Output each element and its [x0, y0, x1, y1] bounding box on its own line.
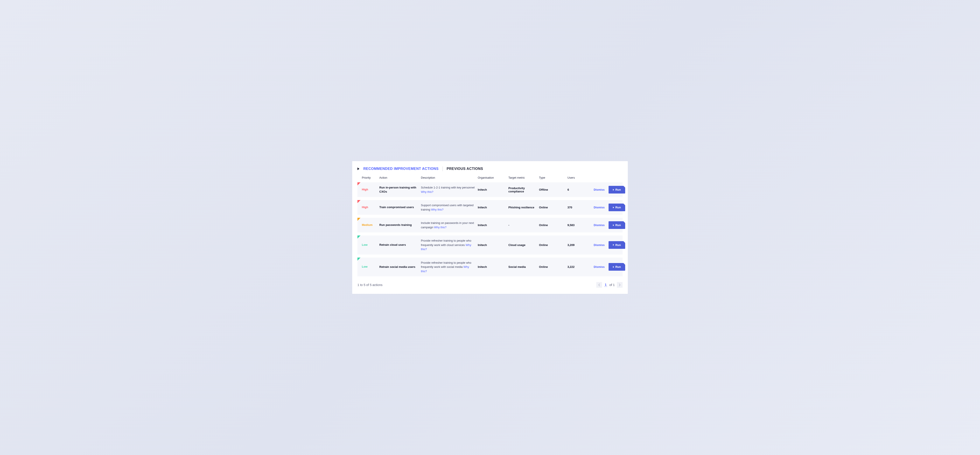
play-icon — [613, 207, 614, 208]
priority-flag-icon — [358, 182, 361, 185]
priority-cell: High — [362, 206, 377, 209]
description-text: Schedule 1-2-1 training with key personn… — [421, 186, 475, 189]
priority-cell: Low — [362, 243, 377, 246]
row-actions: Dismiss Run — [594, 263, 625, 271]
target-metric-cell: Social media — [508, 265, 537, 268]
dismiss-button[interactable]: Dismiss — [594, 224, 605, 227]
actions-card: RECOMMENDED IMPROVEMENT ACTIONS PREVIOUS… — [352, 161, 628, 294]
organisation-cell: Initech — [478, 224, 506, 227]
col-priority: Priority — [362, 176, 377, 179]
row-actions: Dismiss Run — [594, 241, 625, 249]
description-cell: Provide refresher training to people who… — [421, 239, 476, 251]
tab-previous[interactable]: PREVIOUS ACTIONS — [447, 167, 483, 171]
chevron-right-icon — [619, 284, 620, 286]
type-cell: Online — [539, 206, 565, 209]
users-cell: 9,583 — [568, 224, 592, 227]
play-icon — [613, 266, 614, 268]
run-button[interactable]: Run — [609, 241, 625, 249]
type-cell: Online — [539, 224, 565, 227]
action-cell: Retrain cloud users — [379, 243, 419, 247]
type-cell: Online — [539, 243, 565, 247]
description-text: Provide refresher training to people who… — [421, 239, 471, 247]
organisation-cell: Initech — [478, 243, 506, 247]
users-cell: 3,209 — [568, 243, 592, 247]
target-metric-cell: Cloud usage — [508, 243, 537, 247]
result-count: 1 to 5 of 5 actions — [358, 283, 382, 287]
col-type: Type — [539, 176, 565, 179]
pager-prev-button[interactable] — [596, 282, 602, 288]
run-button-label: Run — [615, 243, 621, 247]
table-footer: 1 to 5 of 5 actions 1 of 1 — [358, 282, 622, 288]
run-button-label: Run — [615, 265, 621, 268]
dismiss-button[interactable]: Dismiss — [594, 265, 605, 268]
priority-cell: Low — [362, 265, 377, 268]
pager: 1 of 1 — [596, 282, 622, 288]
organisation-cell: Initech — [478, 206, 506, 209]
target-metric-cell: Productivity compliance — [508, 187, 537, 193]
target-metric-cell: - — [508, 224, 537, 227]
table-row: High Train compromised users Support com… — [358, 200, 622, 215]
description-cell: Include training on passwords in your ne… — [421, 221, 476, 229]
pager-current-page[interactable]: 1 — [604, 283, 607, 287]
caret-right-icon — [358, 168, 360, 170]
row-actions: Dismiss Run — [594, 204, 625, 211]
action-cell: Retrain social media users — [379, 265, 419, 269]
col-action: Action — [379, 176, 419, 179]
table-row: High Run in-person training with CXOs Sc… — [358, 182, 622, 197]
description-cell: Schedule 1-2-1 training with key personn… — [421, 185, 476, 194]
run-button[interactable]: Run — [609, 221, 625, 229]
users-cell: 6 — [568, 188, 592, 191]
description-cell: Support compromised users with targeted … — [421, 203, 476, 212]
description-text: Support compromised users with targeted … — [421, 204, 474, 211]
why-this-link[interactable]: Why this? — [431, 208, 444, 211]
target-metric-cell: Phishing resilience — [508, 206, 537, 209]
table-header: Priority Action Description Organisation… — [358, 176, 622, 182]
tab-recommended[interactable]: RECOMMENDED IMPROVEMENT ACTIONS — [363, 167, 439, 171]
row-actions: Dismiss Run — [594, 186, 625, 193]
run-button-label: Run — [615, 224, 621, 227]
col-users: Users — [568, 176, 592, 179]
run-button-label: Run — [615, 188, 621, 191]
type-cell: Online — [539, 265, 565, 268]
priority-flag-icon — [358, 218, 361, 221]
table-row: Low Retrain social media users Provide r… — [358, 258, 622, 277]
priority-flag-icon — [358, 200, 361, 203]
priority-cell: High — [362, 188, 377, 191]
organisation-cell: Initech — [478, 188, 506, 191]
priority-cell: Medium — [362, 223, 377, 227]
users-cell: 370 — [568, 206, 592, 209]
pager-next-button[interactable] — [617, 282, 622, 288]
run-button[interactable]: Run — [609, 186, 625, 193]
type-cell: Offline — [539, 188, 565, 191]
tab-divider — [442, 166, 443, 171]
table-body: High Run in-person training with CXOs Sc… — [358, 182, 622, 276]
row-actions: Dismiss Run — [594, 221, 625, 229]
run-button[interactable]: Run — [609, 263, 625, 271]
dismiss-button[interactable]: Dismiss — [594, 243, 605, 247]
tabs-row: RECOMMENDED IMPROVEMENT ACTIONS PREVIOUS… — [358, 166, 622, 171]
col-description: Description — [421, 176, 476, 179]
play-icon — [613, 244, 614, 246]
dismiss-button[interactable]: Dismiss — [594, 188, 605, 191]
run-button-label: Run — [615, 206, 621, 209]
pager-of-label: of 1 — [609, 283, 615, 287]
run-button[interactable]: Run — [609, 204, 625, 211]
dismiss-button[interactable]: Dismiss — [594, 206, 605, 209]
priority-flag-icon — [358, 258, 361, 261]
action-cell: Train compromised users — [379, 205, 419, 209]
why-this-link[interactable]: Why this? — [421, 190, 433, 193]
why-this-link[interactable]: Why this? — [434, 226, 447, 229]
col-organisation: Organisation — [478, 176, 506, 179]
table-row: Low Retrain cloud users Provide refreshe… — [358, 235, 622, 255]
organisation-cell: Initech — [478, 265, 506, 268]
action-cell: Run passwords training — [379, 223, 419, 227]
users-cell: 3,222 — [568, 265, 592, 268]
description-cell: Provide refresher training to people who… — [421, 261, 476, 274]
description-text: Include training on passwords in your ne… — [421, 221, 474, 229]
col-target-metric: Target metric — [508, 176, 537, 179]
priority-flag-icon — [358, 235, 361, 239]
play-icon — [613, 189, 614, 191]
play-icon — [613, 224, 614, 226]
action-cell: Run in-person training with CXOs — [379, 185, 419, 193]
table-row: Medium Run passwords training Include tr… — [358, 218, 622, 232]
